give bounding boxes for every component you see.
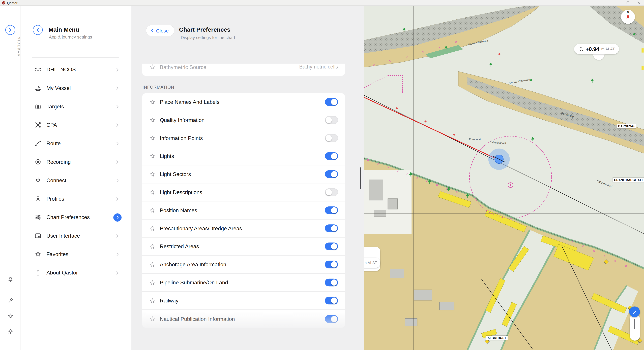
toggle-switch[interactable] [325,297,338,305]
menu-item-route[interactable]: Route [20,134,131,153]
chevron-left-icon [35,27,40,33]
setting-label: Pipeline Submarine/On Land [160,280,228,286]
menu-title: Main Menu [48,26,79,33]
menu-item-user-interface[interactable]: User Interface [20,227,131,245]
menu-item-cpa[interactable]: CPA [20,116,131,134]
setting-label: Light Descriptions [160,189,202,195]
setting-row: Place Names And Labels [142,93,345,111]
tools-button[interactable] [7,297,14,304]
toggle-switch[interactable] [325,224,338,232]
close-window-button[interactable] [633,0,644,5]
chart-map[interactable]: Nieuwe Waterweg Nieuwe Waterweg Europoor… [364,6,644,350]
tide-level-badge[interactable]: +0.94 m ALAT [574,44,619,54]
qastor-app-window: Q Qastor SIDEBAR [0,0,644,350]
menu-item-label: CPA [46,122,57,128]
favorite-star-icon[interactable] [149,189,156,195]
crossing-arrows-icon [34,121,42,128]
favorite-star-icon[interactable] [149,297,156,304]
tide-value: +0.94 [586,46,599,52]
menu-item-label: Targets [46,103,64,109]
waves-icon [34,66,42,73]
compass-button[interactable]: N [621,10,635,24]
favorite-star-icon[interactable] [149,207,156,214]
menu-item-recording[interactable]: Recording [20,153,131,171]
toggle-switch[interactable] [325,152,338,160]
close-preferences-button[interactable]: Close [146,25,174,36]
sidebar-expand-button[interactable] [5,25,15,35]
menu-item-profiles[interactable]: Profiles [20,190,131,208]
chevron-right-icon [115,233,120,239]
toggle-switch[interactable] [325,261,338,269]
favorite-star-icon[interactable] [149,64,156,70]
toggle-switch[interactable] [325,170,338,178]
favorite-star-icon[interactable] [149,279,156,286]
favorite-star-icon[interactable] [149,99,156,105]
setting-row: Lights [142,147,345,165]
favorite-star-icon[interactable] [149,171,156,178]
favorite-star-icon[interactable] [149,117,156,123]
preferences-scroll-area[interactable]: Bathymetric Source Bathymetric cells INF… [142,64,345,333]
favorite-star-icon[interactable] [149,316,156,322]
menu-item-label: User Interface [46,233,80,239]
notifications-button[interactable] [7,276,14,283]
setting-row: Restricted Areas [142,238,345,256]
menu-item-label: Connect [46,177,66,184]
setting-label: Railway [160,298,178,304]
scrollbar-thumb[interactable] [360,167,361,189]
ais-target-label[interactable]: CRANE BARGE 4++ [613,178,644,182]
star-icon [34,251,42,258]
menu-item-dhi-ncos[interactable]: DHI - NCOS [20,60,131,79]
plug-icon [34,177,42,184]
favorite-star-icon[interactable] [149,261,156,268]
toggle-switch[interactable] [325,98,338,106]
gear-icon [7,328,14,335]
menu-item-label: Favorites [46,251,68,257]
menu-back-button[interactable] [33,25,43,35]
toggle-switch[interactable] [325,207,338,214]
favorite-star-icon[interactable] [149,243,156,250]
maximize-button[interactable] [623,0,634,5]
qastor-logo-icon: Q [2,1,5,4]
favorites-button[interactable] [7,313,14,320]
setting-value: Bathymetric cells [299,64,338,70]
setting-row: Pipeline Submarine/On Land [142,274,345,292]
menu-item-targets[interactable]: Targets [20,97,131,116]
close-button-label: Close [156,28,169,33]
toggle-switch[interactable] [325,243,338,250]
chevron-right-icon [115,159,120,165]
clipped-tide-badge[interactable]: m ALAT [364,258,380,268]
toggle-switch[interactable] [325,315,338,323]
setting-row: Light Descriptions [142,183,345,201]
toggle-switch[interactable] [325,279,338,287]
collapsed-sidebar: SIDEBAR [0,6,20,350]
favorite-star-icon[interactable] [149,135,156,141]
menu-item-connect[interactable]: Connect [20,171,131,190]
chevron-right-icon [115,85,120,91]
binoculars-icon [34,103,42,110]
edit-chart-button[interactable] [629,307,640,317]
ais-target-label[interactable]: BARNES4+ [617,124,636,128]
setting-label: Quality Information [160,117,204,123]
chevron-right-icon [115,140,120,146]
setting-label: Position Names [160,207,197,213]
menu-item-my-vessel[interactable]: My Vessel [20,79,131,97]
toggle-switch[interactable] [325,116,338,124]
zoom-slider[interactable] [630,314,640,341]
toggle-switch[interactable] [325,134,338,142]
settings-button[interactable] [7,328,14,335]
menu-item-favorites[interactable]: Favorites [20,245,131,263]
menu-item-label: About Qastor [46,270,78,276]
record-icon [34,158,42,165]
toggle-switch[interactable] [325,188,338,196]
menu-item-chart-preferences[interactable]: Chart Preferences [20,208,131,226]
minimize-button[interactable] [612,0,623,5]
information-settings-card: Place Names And Labels Quality Informati… [142,93,345,328]
ais-target-label[interactable]: ALBATROS+ [486,336,508,340]
favorite-star-icon[interactable] [149,225,156,232]
star-icon [7,313,14,320]
menu-item-label: DHI - NCOS [46,66,76,73]
favorite-star-icon[interactable] [149,153,156,159]
app-body: SIDEBAR Main Menu App & journey settings [0,6,644,350]
menu-subtitle: App & journey settings [49,34,92,39]
menu-item-about-qastor[interactable]: About Qastor [20,263,131,282]
